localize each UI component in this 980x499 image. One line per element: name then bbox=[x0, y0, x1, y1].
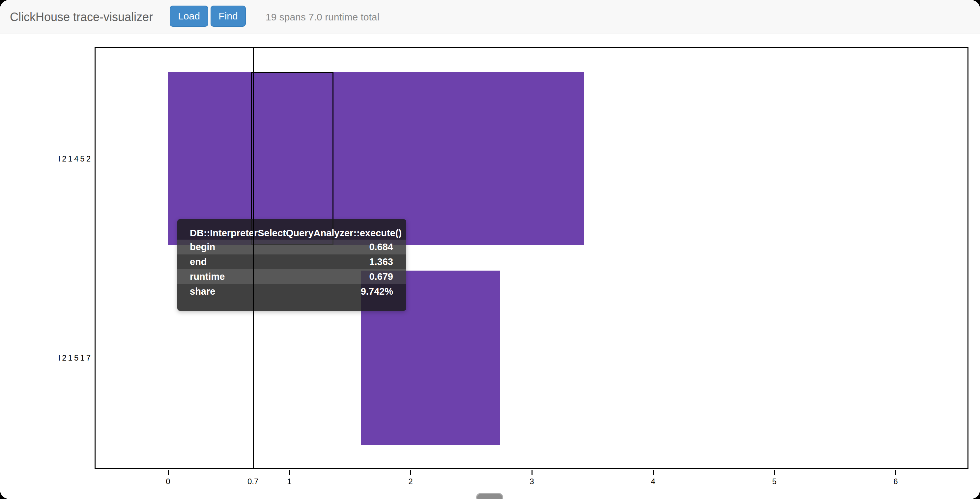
tooltip-label: end bbox=[177, 257, 369, 267]
x-axis-tick bbox=[895, 470, 896, 475]
horizontal-scrollbar-thumb[interactable] bbox=[476, 493, 503, 499]
tooltip-function-name: DB::InterpreterSelectQueryAnalyzer::exec… bbox=[177, 226, 406, 240]
x-axis-tick bbox=[168, 470, 169, 475]
x-axis-tick-label: 4 bbox=[640, 477, 666, 486]
load-button[interactable]: Load bbox=[170, 6, 208, 27]
x-axis-tick bbox=[289, 470, 290, 475]
find-button[interactable]: Find bbox=[210, 6, 246, 27]
tooltip-label: begin bbox=[177, 242, 369, 252]
tooltip-label: runtime bbox=[177, 271, 369, 282]
tooltip-value: 9.742% bbox=[361, 286, 406, 297]
x-axis-tick bbox=[653, 470, 654, 475]
tooltip-label: share bbox=[177, 286, 361, 297]
x-axis-tick-label: 1 bbox=[276, 477, 302, 486]
x-axis-tick-label: 2 bbox=[398, 477, 424, 486]
x-axis-tick bbox=[531, 470, 533, 475]
x-axis-tick-label: 3 bbox=[519, 477, 545, 486]
x-axis-tick-label: 6 bbox=[883, 477, 909, 486]
thread-label: I21452 bbox=[26, 154, 92, 163]
cursor-position-label: 0.7 bbox=[240, 477, 266, 486]
tooltip-row-end: end 1.363 bbox=[177, 254, 406, 269]
x-axis-tick-label: 5 bbox=[761, 477, 788, 486]
tooltip-value: 1.363 bbox=[369, 257, 406, 267]
thread-label: I21517 bbox=[26, 353, 92, 363]
trace-chart: I21452I2151701234560.7 bbox=[0, 35, 980, 499]
tooltip-row-runtime: runtime 0.679 bbox=[177, 269, 406, 284]
tooltip-value: 0.679 bbox=[369, 271, 406, 282]
tooltip-row-share: share 9.742% bbox=[177, 284, 406, 299]
app-window: ClickHouse trace-visualizer Load Find 19… bbox=[0, 0, 980, 499]
x-axis-tick bbox=[410, 470, 411, 475]
x-axis-tick bbox=[774, 470, 775, 475]
app-title: ClickHouse trace-visualizer bbox=[10, 0, 153, 34]
tooltip-row-begin: begin 0.684 bbox=[177, 240, 406, 254]
spans-runtime-status: 19 spans 7.0 runtime total bbox=[266, 0, 379, 34]
cursor-line bbox=[253, 47, 254, 469]
navbar: ClickHouse trace-visualizer Load Find 19… bbox=[0, 0, 980, 34]
span-tooltip: DB::InterpreterSelectQueryAnalyzer::exec… bbox=[177, 219, 406, 311]
x-axis-tick-label: 0 bbox=[155, 477, 181, 486]
tooltip-value: 0.684 bbox=[369, 242, 406, 252]
